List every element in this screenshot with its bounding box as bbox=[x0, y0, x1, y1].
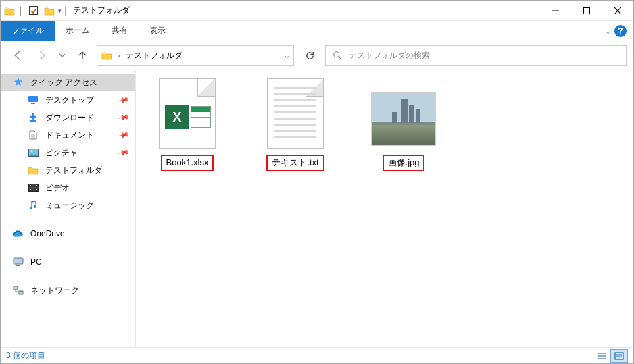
address-dropdown-icon[interactable]: ⌵ bbox=[285, 51, 289, 60]
document-icon bbox=[28, 130, 39, 140]
explorer-window: | ▾ | テストフォルダ ファイル ホーム 共有 表示 ⌵ bbox=[0, 0, 634, 364]
up-button[interactable] bbox=[72, 45, 93, 66]
sidebar-network[interactable]: ネットワーク bbox=[1, 282, 135, 299]
minimize-button[interactable] bbox=[540, 1, 571, 20]
search-box[interactable]: テストフォルダの検索 bbox=[325, 45, 627, 66]
tab-view[interactable]: 表示 bbox=[139, 21, 176, 41]
new-folder-icon[interactable] bbox=[42, 3, 57, 18]
svg-rect-19 bbox=[16, 265, 20, 266]
qat-sep2: | bbox=[64, 6, 66, 16]
sidebar-pc[interactable]: PC bbox=[1, 253, 135, 271]
sidebar-videos[interactable]: ビデオ bbox=[1, 179, 135, 197]
sidebar-desktop[interactable]: デスクトップ 📌 bbox=[1, 91, 135, 109]
ribbon: ファイル ホーム 共有 表示 ⌵ ? bbox=[1, 21, 633, 41]
pin-icon: 📌 bbox=[118, 129, 130, 142]
sidebar-item-label: テストフォルダ bbox=[45, 165, 102, 176]
music-icon bbox=[28, 200, 39, 211]
sidebar-item-label: ビデオ bbox=[45, 182, 70, 194]
tab-file[interactable]: ファイル bbox=[1, 21, 55, 41]
svg-point-10 bbox=[30, 151, 32, 153]
sidebar-item-label: ドキュメント bbox=[45, 130, 94, 141]
svg-rect-7 bbox=[31, 103, 35, 104]
file-list[interactable]: X Book1.xlsx テキスト.txt bbox=[136, 70, 633, 347]
file-item-text[interactable]: テキスト.txt bbox=[255, 76, 336, 171]
file-name-label: テキスト.txt bbox=[266, 155, 324, 171]
pin-icon: 📌 bbox=[118, 94, 130, 107]
network-icon bbox=[13, 285, 24, 296]
maximize-button[interactable] bbox=[571, 1, 602, 20]
svg-rect-23 bbox=[616, 354, 622, 357]
sidebar-documents[interactable]: ドキュメント 📌 bbox=[1, 126, 135, 144]
file-name-label: 画像.jpg bbox=[383, 155, 425, 171]
sidebar-item-label: ミュージック bbox=[45, 200, 94, 211]
excel-icon: X bbox=[155, 76, 220, 151]
sidebar-item-label: デスクトップ bbox=[45, 95, 94, 106]
sidebar-item-label: OneDrive bbox=[30, 229, 65, 238]
search-placeholder: テストフォルダの検索 bbox=[349, 50, 430, 61]
folder-icon bbox=[2, 3, 17, 18]
title-bar: | ▾ | テストフォルダ bbox=[1, 1, 633, 21]
sidebar-item-label: ダウンロード bbox=[45, 112, 94, 124]
svg-point-16 bbox=[30, 207, 32, 209]
item-count: 3 個の項目 bbox=[6, 350, 45, 361]
recent-locations-button[interactable] bbox=[56, 45, 68, 66]
ribbon-collapse-icon[interactable]: ⌵ bbox=[606, 26, 610, 36]
svg-rect-1 bbox=[584, 7, 590, 14]
properties-icon[interactable] bbox=[26, 3, 41, 18]
svg-rect-8 bbox=[30, 120, 36, 122]
navigation-row: › テストフォルダ ⌵ テストフォルダの検索 bbox=[1, 41, 633, 70]
window-title: テストフォルダ bbox=[73, 5, 130, 16]
view-details-button[interactable] bbox=[593, 349, 610, 363]
pictures-icon bbox=[28, 147, 39, 158]
file-item-excel[interactable]: X Book1.xlsx bbox=[147, 76, 228, 171]
breadcrumb-separator: › bbox=[118, 51, 120, 59]
sidebar-item-label: ピクチャ bbox=[45, 147, 78, 159]
svg-line-5 bbox=[339, 57, 341, 59]
svg-rect-6 bbox=[28, 96, 38, 102]
svg-point-17 bbox=[34, 205, 36, 208]
navigation-pane: クイック アクセス デスクトップ 📌 ダウンロード 📌 ドキュメント 📌 ピクチ… bbox=[1, 70, 136, 347]
sidebar-music[interactable]: ミュージック bbox=[1, 197, 135, 214]
search-icon bbox=[333, 51, 342, 60]
help-button[interactable]: ? bbox=[614, 25, 627, 37]
address-bar[interactable]: › テストフォルダ ⌵ bbox=[97, 45, 294, 66]
svg-rect-12 bbox=[30, 185, 31, 186]
sidebar-item-label: ネットワーク bbox=[30, 285, 79, 296]
video-icon bbox=[28, 182, 39, 193]
file-name-label: Book1.xlsx bbox=[161, 155, 214, 171]
svg-point-4 bbox=[334, 52, 339, 57]
textfile-icon bbox=[263, 76, 328, 151]
body: クイック アクセス デスクトップ 📌 ダウンロード 📌 ドキュメント 📌 ピクチ… bbox=[1, 70, 633, 347]
close-button[interactable] bbox=[602, 1, 633, 20]
qat: | ▾ | テストフォルダ bbox=[1, 1, 130, 20]
tab-home[interactable]: ホーム bbox=[55, 21, 101, 41]
view-large-icons-button[interactable] bbox=[610, 349, 628, 363]
svg-rect-15 bbox=[36, 189, 37, 190]
sidebar-onedrive[interactable]: OneDrive bbox=[1, 225, 135, 242]
star-icon bbox=[13, 77, 24, 88]
onedrive-icon bbox=[13, 228, 24, 239]
svg-rect-13 bbox=[30, 189, 31, 190]
desktop-icon bbox=[28, 95, 39, 105]
refresh-button[interactable] bbox=[298, 45, 321, 66]
sidebar-test-folder[interactable]: テストフォルダ bbox=[1, 161, 135, 179]
qat-sep: | bbox=[20, 6, 22, 16]
breadcrumb-segment[interactable]: テストフォルダ bbox=[126, 50, 182, 61]
tab-share[interactable]: 共有 bbox=[101, 21, 139, 41]
forward-button[interactable] bbox=[32, 45, 52, 66]
pin-icon: 📌 bbox=[118, 147, 130, 159]
svg-rect-14 bbox=[36, 185, 37, 186]
image-thumbnail bbox=[371, 76, 436, 151]
sidebar-pictures[interactable]: ピクチャ 📌 bbox=[1, 144, 135, 161]
folder-icon bbox=[101, 51, 112, 60]
back-button[interactable] bbox=[7, 45, 28, 66]
folder-icon bbox=[28, 165, 39, 176]
status-bar: 3 個の項目 bbox=[1, 347, 633, 363]
qat-customize-icon[interactable]: ▾ bbox=[58, 7, 62, 14]
pc-icon bbox=[13, 257, 24, 267]
sidebar-quick-access[interactable]: クイック アクセス bbox=[1, 74, 135, 91]
sidebar-downloads[interactable]: ダウンロード 📌 bbox=[1, 109, 135, 126]
file-item-image[interactable]: 画像.jpg bbox=[363, 76, 444, 171]
svg-rect-20 bbox=[14, 286, 18, 290]
sidebar-item-label: PC bbox=[30, 257, 42, 267]
